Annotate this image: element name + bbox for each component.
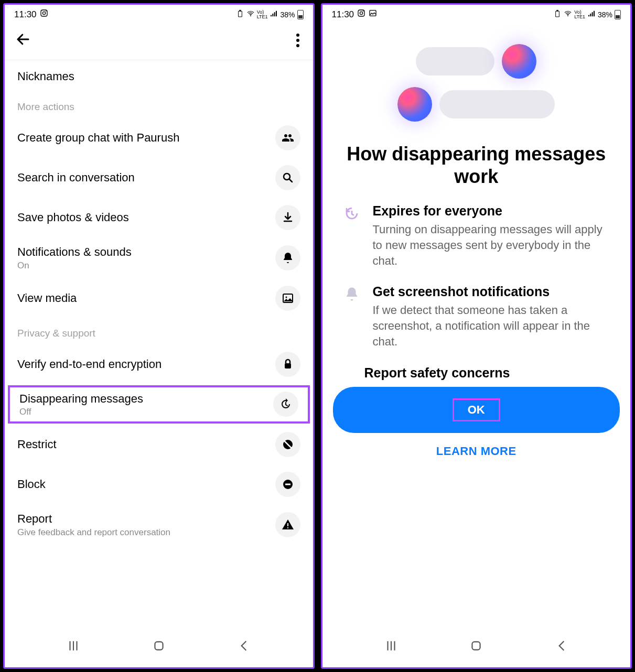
info-screenshot-head: Get screenshot notifications <box>373 284 612 299</box>
battery-percent: 38% <box>598 10 612 19</box>
page-title: How disappearing messages work <box>322 132 631 193</box>
info-expires: Expires for everyone Turning on disappea… <box>322 193 631 274</box>
ok-button[interactable]: OK <box>333 387 620 433</box>
android-nav-bar <box>322 630 631 667</box>
history-icon <box>273 392 298 417</box>
svg-point-3 <box>250 15 251 16</box>
search-icon <box>275 165 300 190</box>
info-screenshot-text: If we detect that someone has taken a sc… <box>373 302 612 349</box>
pill-shape <box>439 90 555 118</box>
view-media-row[interactable]: View media <box>5 278 313 318</box>
home-button[interactable] <box>152 639 166 655</box>
bell-icon <box>341 284 362 349</box>
restrict-icon <box>275 432 300 457</box>
notifications-status: On <box>17 261 275 271</box>
app-bar <box>5 23 313 60</box>
hero-illustration <box>322 23 631 132</box>
info-expires-head: Expires for everyone <box>373 203 612 219</box>
svg-point-1 <box>42 12 45 14</box>
signal-icon <box>270 9 278 19</box>
create-group-row[interactable]: Create group chat with Paurush <box>5 118 313 158</box>
svg-point-6 <box>285 296 287 298</box>
group-icon <box>275 125 300 150</box>
history-icon <box>341 203 362 268</box>
back-button[interactable] <box>15 31 31 49</box>
wifi-icon <box>564 9 572 19</box>
restrict-label: Restrict <box>17 437 275 452</box>
block-icon <box>275 472 300 497</box>
create-group-label: Create group chat with Paurush <box>17 131 275 145</box>
svg-point-2 <box>45 11 46 12</box>
recents-button[interactable] <box>67 639 80 655</box>
instagram-icon <box>40 9 48 20</box>
battery-percent: 38% <box>280 10 295 19</box>
view-media-label: View media <box>17 291 275 306</box>
left-phone-screenshot: 11:30 Vo)LTE1 38% Nicknames More a <box>3 3 315 669</box>
svg-rect-11 <box>155 642 163 649</box>
status-bar: 11:30 Vo)LTE1 38% <box>322 5 631 23</box>
section-privacy: Privacy & support <box>5 318 313 344</box>
save-photos-row[interactable]: Save photos & videos <box>5 198 313 237</box>
learn-more-button[interactable]: LEARN MORE <box>322 436 631 462</box>
android-nav-bar <box>5 630 313 667</box>
battery-icon <box>297 10 304 19</box>
save-photos-label: Save photos & videos <box>17 210 275 225</box>
verify-encryption-row[interactable]: Verify end-to-end encryption <box>5 344 313 384</box>
verify-label: Verify end-to-end encryption <box>17 357 275 372</box>
back-nav-button[interactable] <box>555 639 568 655</box>
search-label: Search in conversation <box>17 170 275 185</box>
lock-icon <box>275 352 300 377</box>
bell-icon <box>275 245 300 270</box>
notifications-label: Notifications & sounds <box>17 245 275 259</box>
info-expires-text: Turning on disappearing messages will ap… <box>373 222 612 268</box>
volte-icon: Vo)LTE1 <box>257 10 268 19</box>
gradient-orb <box>397 87 432 122</box>
ok-label: OK <box>453 398 500 421</box>
section-more-actions: More actions <box>5 92 313 118</box>
info-screenshot: Get screenshot notifications If we detec… <box>322 274 631 354</box>
gradient-orb <box>502 44 536 79</box>
recents-button[interactable] <box>384 639 398 655</box>
search-row[interactable]: Search in conversation <box>5 158 313 198</box>
disappearing-label: Disappearing messages <box>19 392 273 406</box>
volte-icon: Vo)LTE1 <box>574 10 585 19</box>
block-row[interactable]: Block <box>5 464 313 504</box>
disappearing-messages-row[interactable]: Disappearing messages Off <box>8 385 310 424</box>
home-button[interactable] <box>469 639 483 655</box>
block-label: Block <box>17 477 275 492</box>
wifi-icon <box>246 9 255 19</box>
report-row[interactable]: Report Give feedback and report conversa… <box>5 504 313 545</box>
report-label: Report <box>17 512 275 526</box>
status-time: 11:30 <box>14 9 37 20</box>
signal-icon <box>587 9 596 19</box>
image-icon <box>275 286 300 311</box>
svg-point-16 <box>567 15 568 16</box>
svg-rect-17 <box>472 642 480 649</box>
download-icon <box>275 205 300 230</box>
nicknames-row[interactable]: Nicknames <box>5 60 313 92</box>
notifications-row[interactable]: Notifications & sounds On <box>5 237 313 278</box>
svg-rect-10 <box>285 484 290 485</box>
svg-point-14 <box>363 11 364 12</box>
nicknames-label: Nicknames <box>17 70 74 83</box>
report-sub: Give feedback and report conversation <box>17 527 275 538</box>
disappearing-status: Off <box>19 407 273 417</box>
svg-point-13 <box>360 12 362 14</box>
svg-rect-7 <box>285 363 291 368</box>
battery-icon <box>615 10 621 19</box>
restrict-row[interactable]: Restrict <box>5 425 313 464</box>
battery-saver-icon <box>236 9 244 19</box>
pill-shape <box>416 47 494 75</box>
status-time: 11:30 <box>332 9 354 20</box>
instagram-icon <box>357 9 365 20</box>
status-bar: 11:30 Vo)LTE1 38% <box>5 5 313 23</box>
right-phone-screenshot: 11:30 Vo)LTE1 38% How di <box>321 3 632 669</box>
info-report-partial: Report safety concerns <box>322 355 631 381</box>
warning-icon <box>275 512 300 537</box>
battery-saver-icon <box>553 9 562 19</box>
back-nav-button[interactable] <box>237 639 251 655</box>
overflow-menu-button[interactable] <box>293 30 303 50</box>
gallery-icon <box>369 9 377 20</box>
